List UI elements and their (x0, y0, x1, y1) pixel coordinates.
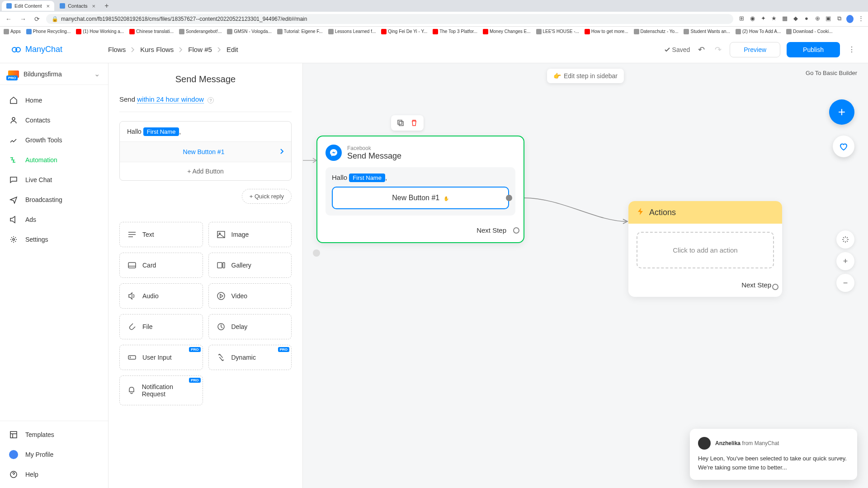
auto-layout-button[interactable] (836, 230, 854, 249)
zoom-in-button[interactable]: + (836, 252, 854, 270)
redo-button[interactable]: ↷ (713, 43, 723, 56)
bookmark[interactable]: Apps (4, 29, 21, 34)
bookmark[interactable]: Money Changes E... (483, 29, 531, 34)
help-tooltip-icon[interactable]: ? (208, 97, 214, 103)
input-connector[interactable] (313, 249, 320, 257)
tile-user-input[interactable]: PRO User Input (119, 345, 203, 370)
add-button-row[interactable]: + Add Button (120, 162, 291, 180)
nav-templates[interactable]: Templates (0, 425, 108, 445)
ext-icon[interactable]: ⧉ (835, 15, 843, 23)
nav-profile[interactable]: My Profile (0, 445, 108, 465)
workspace-selector[interactable]: PRO Bildungsfirma ⌄ (0, 63, 108, 85)
basic-builder-link[interactable]: Go To Basic Builder (806, 70, 857, 76)
preview-button[interactable]: Preview (730, 42, 780, 57)
output-connector[interactable] (513, 227, 519, 234)
add-action-button[interactable]: Click to add an action (637, 232, 774, 268)
back-button[interactable]: ← (4, 15, 14, 23)
bookmark[interactable]: Sonderangebot!... (179, 29, 222, 34)
variable-pill[interactable]: First Name (143, 127, 179, 136)
bookmark[interactable]: (1) How Working a... (76, 29, 124, 34)
tab-close-icon[interactable]: × (92, 3, 96, 9)
chat-notification[interactable]: Anzhelika from ManyChat Hey Leon, You've… (690, 429, 857, 480)
bookmark[interactable]: Datenschutz - Yo... (634, 29, 679, 34)
tab-close-icon[interactable]: × (47, 3, 50, 9)
bookmark[interactable]: Qing Fei De Yi - Y... (381, 29, 427, 34)
ext-icon[interactable]: ▦ (781, 15, 788, 23)
send-window-link[interactable]: within 24 hour window (137, 95, 204, 103)
duplicate-button[interactable] (396, 118, 406, 128)
pointing-hand-icon: 👉 (553, 72, 561, 80)
ext-icon[interactable]: ◉ (749, 15, 756, 23)
tile-audio[interactable]: Audio (119, 283, 203, 309)
output-connector[interactable] (506, 195, 512, 201)
zoom-out-button[interactable]: − (836, 274, 854, 292)
bookmark[interactable]: How to get more... (585, 29, 628, 34)
url-input[interactable]: 🔒 manychat.com/fb198150208192618/cms/fil… (46, 14, 733, 24)
ext-icon[interactable]: ⊞ (738, 15, 745, 23)
tab-add-button[interactable]: + (101, 2, 112, 10)
nav-settings[interactable]: Settings (0, 230, 108, 249)
message-block[interactable]: Hallo First Name, New Button #1 + Add Bu… (119, 121, 292, 181)
bookmark[interactable]: The Top 3 Platfor... (433, 29, 477, 34)
browser-tab[interactable]: Contacts × (55, 1, 100, 11)
nav-live-chat[interactable]: Live Chat (0, 170, 108, 190)
nav-growth-tools[interactable]: Growth Tools (0, 130, 108, 150)
tile-gallery[interactable]: Gallery (208, 253, 292, 278)
bookmark[interactable]: Download - Cooki... (786, 29, 832, 34)
breadcrumb-item[interactable]: Flow #5 (188, 46, 212, 53)
forward-button[interactable]: → (18, 15, 28, 23)
delete-button[interactable] (409, 118, 419, 128)
message-button-row[interactable]: New Button #1 (120, 141, 291, 162)
add-quick-reply-button[interactable]: + Quick reply (242, 189, 292, 204)
bookmark[interactable]: Phone Recycling... (26, 29, 71, 34)
add-node-fab[interactable]: + (829, 99, 854, 125)
undo-button[interactable]: ↶ (696, 43, 707, 56)
node-button-preview[interactable]: New Button #1 ✋ (332, 187, 509, 209)
tile-image[interactable]: Image (208, 222, 292, 247)
bookmark[interactable]: Student Wants an... (684, 29, 730, 34)
more-menu-button[interactable]: ⋮ (846, 45, 857, 54)
tile-video[interactable]: Video (208, 283, 292, 309)
bookmark[interactable]: Lessons Learned f... (328, 29, 376, 34)
nav-automation[interactable]: Automation (0, 150, 108, 170)
ext-icon[interactable]: ● (803, 15, 810, 23)
ext-icon[interactable]: ✦ (760, 15, 767, 23)
reload-button[interactable]: ⟳ (33, 15, 42, 23)
workspace-name: Bildungsfirma (24, 70, 90, 78)
broadcast-icon (9, 195, 18, 204)
breadcrumb-item[interactable]: Flows (108, 46, 126, 53)
ext-icon[interactable]: ▣ (825, 15, 832, 23)
nav-ads[interactable]: Ads (0, 210, 108, 230)
bookmark[interactable]: Chinese translati... (129, 29, 174, 34)
browser-tab-active[interactable]: Edit Content × (2, 1, 54, 11)
bookmark[interactable]: GMSN - Vologda... (227, 29, 271, 34)
output-connector[interactable] (772, 284, 778, 290)
bookmark[interactable]: (2) How To Add A... (736, 29, 781, 34)
tile-card[interactable]: Card (119, 253, 203, 278)
edit-in-sidebar-button[interactable]: 👉 Edit step in sidebar (547, 69, 624, 83)
ext-icon[interactable]: ★ (770, 15, 778, 23)
flow-canvas[interactable]: 👉 Edit step in sidebar Go To Basic Build… (303, 63, 868, 488)
logo[interactable]: ManyChat (11, 44, 108, 55)
tile-delay[interactable]: Delay (208, 314, 292, 339)
breadcrumb-item[interactable]: Kurs Flows (140, 46, 174, 53)
favorite-fab[interactable] (833, 136, 854, 157)
nav-home[interactable]: Home (0, 90, 108, 110)
publish-button[interactable]: Publish (787, 42, 840, 57)
tile-file[interactable]: File (119, 314, 203, 339)
node-actions[interactable]: Actions Click to add an action Next Step (628, 201, 782, 297)
ext-icon[interactable]: ◆ (792, 15, 799, 23)
bookmark[interactable]: Tutorial: Eigene F... (277, 29, 323, 34)
node-send-message[interactable]: Facebook Send Message Hallo First Name, … (316, 136, 524, 243)
ext-icon[interactable]: ⊕ (814, 15, 821, 23)
profile-avatar[interactable] (846, 15, 854, 23)
tile-dynamic[interactable]: PRO Dynamic (208, 345, 292, 370)
nav-broadcasting[interactable]: Broadcasting (0, 190, 108, 210)
nav-help[interactable]: Help (0, 465, 108, 484)
message-text-input[interactable]: Hallo First Name, (120, 122, 291, 141)
nav-contacts[interactable]: Contacts (0, 110, 108, 130)
menu-icon[interactable]: ⋮ (857, 15, 864, 23)
tile-notification[interactable]: PRO Notification Request (119, 375, 203, 405)
tile-text[interactable]: Text (119, 222, 203, 247)
bookmark[interactable]: LEE'S HOUSE -... (536, 29, 579, 34)
